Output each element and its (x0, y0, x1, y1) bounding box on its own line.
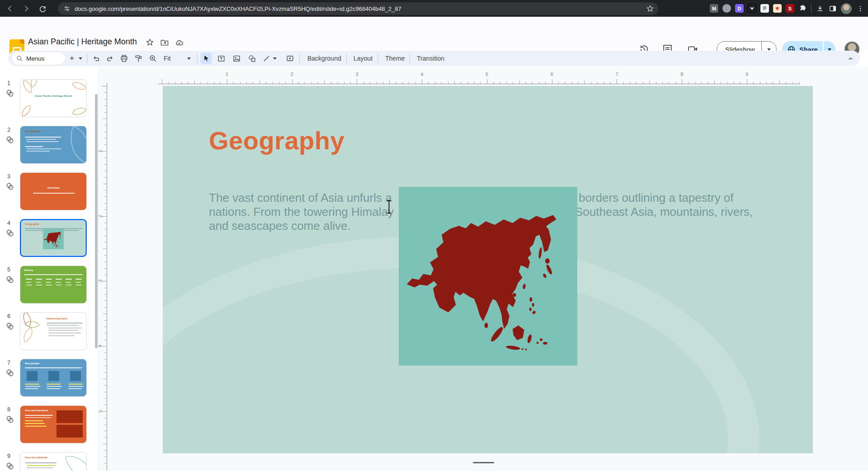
filmstrip-scrollbar[interactable] (95, 94, 98, 348)
print-button[interactable] (118, 52, 130, 64)
redo-button[interactable] (104, 52, 116, 64)
transition-indicator-icon[interactable] (6, 369, 14, 377)
insert-image-button[interactable] (231, 52, 242, 64)
transition-indicator-icon[interactable] (6, 276, 14, 284)
slide-thumbnail-4-row: 4 Geography (0, 219, 99, 262)
slide-thumbnail-1[interactable]: Asian Pacific Heritage Month (20, 79, 87, 117)
slide-thumbnail-8[interactable]: Arts and literature (20, 405, 87, 443)
asia-map-image[interactable] (399, 187, 577, 366)
paint-format-button[interactable] (132, 52, 144, 64)
site-info-icon[interactable] (63, 5, 71, 12)
app-header: Asian Pacific | Heritage Month File Edit… (0, 17, 868, 50)
star-doc-icon[interactable] (146, 38, 155, 47)
canvas-area: 123456789 12345 Geography The vast conti… (99, 67, 868, 471)
forward-icon[interactable] (20, 2, 33, 15)
menus-search-box[interactable]: Menus (12, 52, 65, 65)
slide-thumbnail-5-row: 5 History (0, 266, 99, 309)
slide-number: 5 (7, 266, 10, 273)
transition-indicator-icon[interactable] (6, 136, 14, 144)
ruler-number: 9 (745, 71, 748, 77)
slide-thumbnail-1-row: 1 Asian Pacific Heritage Month (0, 79, 99, 123)
slide-number: 6 (7, 313, 10, 319)
select-tool-button[interactable] (200, 52, 212, 64)
browser-menu-icon[interactable] (856, 4, 864, 13)
zoom-dropdown-icon[interactable] (185, 52, 193, 64)
bookmark-star-icon[interactable] (644, 2, 656, 15)
transition-indicator-icon[interactable] (6, 89, 14, 97)
ruler-number: 2 (99, 214, 103, 217)
slide-thumbnail-2[interactable]: Introduction (20, 126, 87, 164)
extension-m-icon[interactable]: M (710, 4, 718, 13)
slide-number: 4 (7, 220, 10, 226)
insert-line-button[interactable] (260, 52, 272, 64)
line-dropdown-icon[interactable] (271, 52, 278, 64)
new-slide-dropdown-icon[interactable] (77, 52, 84, 64)
text-box-button[interactable] (215, 52, 227, 64)
slide-number: 3 (7, 173, 10, 180)
ruler-number: 4 (99, 345, 103, 347)
undo-button[interactable] (90, 52, 102, 64)
transition-indicator-icon[interactable] (6, 415, 14, 423)
body-text-line2-right[interactable]: Southeast Asia, mountains, rivers, (575, 205, 753, 219)
slide-thumbnail-9[interactable]: How we celebrate (20, 452, 87, 471)
downloads-icon[interactable] (816, 4, 824, 13)
background-button[interactable]: Background (303, 51, 346, 66)
body-text-line1-right[interactable]: borders outlining a tapestry of (579, 191, 734, 205)
transition-indicator-icon[interactable] (6, 322, 14, 330)
body-text-line3[interactable]: and seascapes come alive. (209, 219, 351, 233)
extension-doc-icon[interactable] (760, 4, 769, 13)
canvas-horizontal-scrollbar[interactable] (473, 462, 494, 463)
slide-number: 7 (7, 360, 10, 366)
document-title[interactable]: Asian Pacific | Heritage Month (28, 37, 137, 47)
url-bar[interactable]: docs.google.com/presentation/d/1nCiUukoN… (58, 2, 658, 15)
extension-s-icon[interactable]: S (786, 4, 794, 13)
move-folder-icon[interactable] (160, 38, 169, 47)
back-icon[interactable] (4, 2, 16, 15)
slide-thumbnail-9-row: 9 How we celebrate (0, 452, 99, 471)
body-text-line2-left[interactable]: nations. From the towering Himalay (209, 205, 394, 219)
slide-number: 2 (7, 127, 10, 133)
zoom-button[interactable] (147, 52, 159, 64)
ruler-number: 2 (291, 71, 293, 77)
transition-indicator-icon[interactable] (6, 462, 14, 470)
ruler-number: 1 (99, 150, 103, 152)
slide-thumbnail-6[interactable]: Interesting facts (20, 312, 87, 350)
ruler-number: 6 (551, 71, 553, 77)
insert-shape-button[interactable] (246, 52, 258, 64)
extension-shield-icon[interactable] (748, 4, 756, 13)
slide-editor[interactable]: Geography The vast continent of Asia unf… (163, 86, 813, 453)
extension-circle-icon[interactable] (722, 4, 731, 13)
slide-thumbnail-4-selected[interactable]: Geography (20, 219, 87, 257)
extensions-puzzle-icon[interactable] (798, 4, 807, 13)
collapse-toolbar-icon[interactable] (844, 52, 856, 64)
body-text-line1-left[interactable]: The vast continent of Asia unfurls a (209, 191, 392, 205)
ruler-number: 5 (99, 410, 103, 413)
browser-profile-avatar[interactable] (841, 3, 852, 14)
transition-button[interactable]: Transition (412, 51, 449, 66)
slide-thumbnail-5[interactable]: History (20, 266, 87, 304)
extension-d-icon[interactable]: D (735, 4, 744, 13)
slide-thumbnail-7[interactable]: Key people (20, 359, 87, 397)
cloud-saved-icon[interactable] (175, 38, 184, 47)
horizontal-ruler: 123456789 (99, 69, 868, 84)
ruler-number: 3 (355, 71, 358, 77)
transition-indicator-icon[interactable] (6, 229, 14, 237)
slide-number: 8 (7, 406, 10, 413)
slide-thumbnail-3[interactable]: Overview (20, 172, 87, 210)
browser-bar: docs.google.com/presentation/d/1nCiUukoN… (0, 0, 868, 17)
slide-thumbnail-3-row: 3 Overview (0, 172, 99, 216)
layout-button[interactable]: Layout (349, 51, 377, 66)
refresh-icon[interactable] (36, 2, 49, 15)
new-slide-button[interactable]: + (66, 52, 78, 64)
ruler-number: 3 (99, 280, 103, 282)
slide-title-text[interactable]: Geography (209, 126, 344, 155)
theme-button[interactable]: Theme (381, 51, 410, 66)
zoom-fit-select[interactable]: Fit (159, 51, 175, 66)
transition-indicator-icon[interactable] (6, 182, 14, 190)
insert-comment-button[interactable] (284, 52, 296, 64)
side-panel-icon[interactable] (828, 4, 837, 13)
ruler-number: 8 (680, 71, 683, 77)
ruler-number: 4 (420, 71, 423, 77)
slide-thumbnail-8-row: 8 Arts and literature (0, 405, 99, 449)
extension-star-icon[interactable]: ★ (773, 4, 782, 13)
